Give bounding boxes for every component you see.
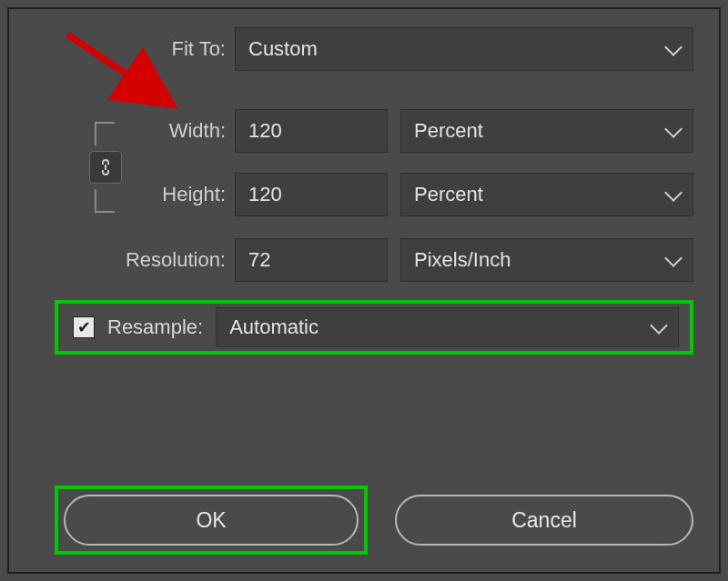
chevron-down-icon xyxy=(664,249,682,267)
cancel-button[interactable]: Cancel xyxy=(395,495,693,546)
resample-row: ✔ Resample: Automatic xyxy=(9,300,719,355)
resolution-row: Resolution: Pixels/Inch xyxy=(9,238,719,282)
chevron-down-icon xyxy=(664,120,682,138)
cancel-button-label: Cancel xyxy=(511,508,577,533)
width-label: Width: xyxy=(9,119,235,143)
chevron-down-icon xyxy=(664,38,682,56)
resample-value: Automatic xyxy=(229,316,318,339)
fit-to-label: Fit To: xyxy=(9,37,235,61)
resolution-input[interactable] xyxy=(235,238,388,282)
height-unit-select[interactable]: Percent xyxy=(400,173,693,216)
height-input[interactable] xyxy=(235,173,388,216)
resolution-label: Resolution: xyxy=(9,248,235,272)
resolution-unit-value: Pixels/Inch xyxy=(414,248,511,272)
width-input[interactable] xyxy=(235,109,388,153)
width-unit-select[interactable]: Percent xyxy=(400,109,693,153)
fit-to-row: Fit To: Custom xyxy=(9,27,719,71)
dialog-button-row: OK Cancel xyxy=(9,485,719,556)
fit-to-value: Custom xyxy=(248,37,318,61)
ok-button[interactable]: OK xyxy=(64,495,359,546)
resample-checkbox[interactable]: ✔ xyxy=(73,316,95,338)
resample-select[interactable]: Automatic xyxy=(216,307,679,347)
chevron-down-icon xyxy=(664,184,682,202)
fit-to-select[interactable]: Custom xyxy=(235,27,693,71)
ok-highlight: OK xyxy=(55,486,368,555)
resolution-unit-select[interactable]: Pixels/Inch xyxy=(400,238,693,282)
width-unit-value: Percent xyxy=(414,119,483,143)
ok-button-label: OK xyxy=(196,508,226,533)
resample-label: Resample: xyxy=(107,316,203,339)
width-row: Width: Percent xyxy=(9,109,719,153)
height-unit-value: Percent xyxy=(414,183,483,206)
resample-highlight: ✔ Resample: Automatic xyxy=(55,300,693,355)
image-size-dialog: Fit To: Custom Width: Percent Height: Pe… xyxy=(7,7,721,574)
chevron-down-icon xyxy=(650,316,668,335)
height-label: Height: xyxy=(9,183,235,206)
height-row: Height: Percent xyxy=(9,173,719,216)
